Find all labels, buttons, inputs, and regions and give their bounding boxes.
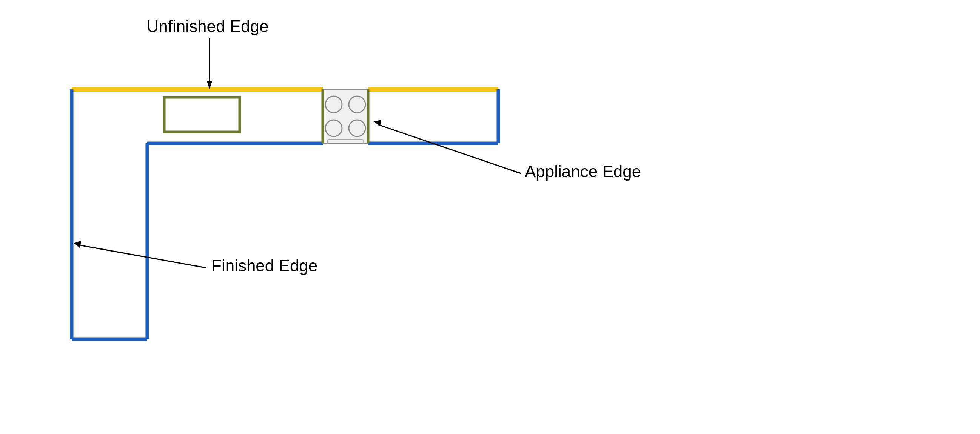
appliance-edge-arrowhead: [374, 120, 381, 126]
sink: [164, 97, 240, 132]
svg-text:Appliance Edge: Appliance Edge: [525, 162, 641, 181]
svg-text:Unfinished Edge: Unfinished Edge: [147, 17, 269, 35]
diagram-container: Unfinished Edge Appliance Edge Finished …: [0, 0, 980, 434]
finished-edge-arrow-line: [79, 245, 206, 268]
finished-edge-arrowhead: [73, 241, 81, 248]
svg-text:Finished Edge: Finished Edge: [212, 257, 318, 275]
